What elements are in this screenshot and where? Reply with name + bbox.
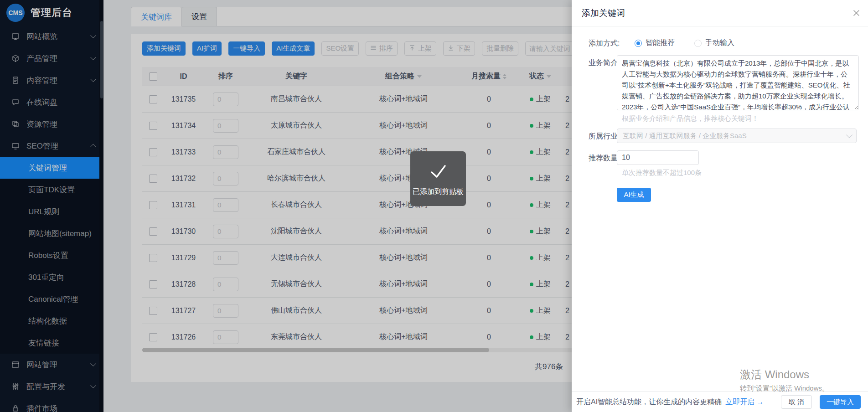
chevron-down-icon: [846, 132, 852, 138]
ai-generate-button[interactable]: AI生成: [617, 188, 651, 202]
ai-tip-text: 开启AI智能总结功能，让你生成的内容更精确: [576, 397, 722, 407]
radio-manual-input[interactable]: [694, 40, 702, 47]
toast-message: 已添加到剪贴板: [413, 187, 464, 197]
import-button[interactable]: 一键导入: [820, 395, 861, 409]
clipboard-toast: 已添加到剪贴板: [410, 151, 466, 206]
business-desc-label: 业务简介:: [589, 58, 620, 68]
enable-now-link[interactable]: 立即开启 →: [725, 397, 764, 407]
add-keyword-drawer: 添加关键词 添加方式: 智能推荐 手动输入 业务简介: 易营宝信息科技（北京）有…: [572, 0, 868, 412]
count-helper-text: 单次推荐数量不超过100条: [622, 169, 702, 177]
method-radio-group: 智能推荐 手动输入: [635, 38, 734, 48]
check-icon: [427, 161, 449, 183]
count-label: 推荐数量:: [589, 154, 620, 163]
industry-label: 所属行业:: [589, 132, 620, 141]
radio-smart-recommend[interactable]: [635, 40, 642, 47]
drawer-header: 添加关键词: [572, 0, 868, 26]
business-desc-textarea[interactable]: 易营宝信息科技（北京）有限公司成立于2013年，总部位于中国北京，是以人工智能与…: [617, 55, 859, 110]
radio-label: 智能推荐: [646, 38, 675, 48]
drawer-title: 添加关键词: [582, 7, 625, 19]
industry-select[interactable]: 互联网 / 通用互联网服务 / 企业服务SaaS: [617, 129, 857, 143]
industry-value: 互联网 / 通用互联网服务 / 企业服务SaaS: [623, 132, 747, 140]
recommend-count-input[interactable]: [617, 150, 699, 165]
desc-helper-text: 根据业务介绍和产品信息，推荐核心关键词！: [622, 114, 759, 123]
radio-label: 手动输入: [705, 38, 734, 48]
close-icon[interactable]: [851, 7, 862, 18]
drawer-footer: 开启AI智能总结功能，让你生成的内容更精确 立即开启 → 取 消 一键导入: [572, 391, 868, 412]
method-label: 添加方式:: [589, 39, 620, 48]
cancel-button[interactable]: 取 消: [781, 395, 812, 409]
